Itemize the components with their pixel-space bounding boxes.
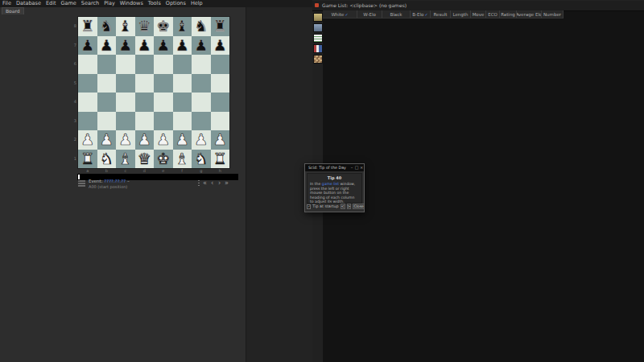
square-f6[interactable] (173, 55, 192, 74)
square-h3[interactable] (211, 112, 230, 131)
square-d5[interactable] (135, 74, 155, 93)
square-c8[interactable]: ♝ (116, 17, 135, 36)
list-icon[interactable] (313, 34, 323, 43)
square-f4[interactable] (173, 93, 192, 112)
tab-board[interactable]: Board (2, 7, 24, 14)
game-info-date-link[interactable]: ????.??.?? (104, 179, 126, 183)
square-a7[interactable]: ♟ (78, 36, 97, 56)
square-f5[interactable] (173, 74, 192, 93)
square-h5[interactable] (211, 74, 230, 93)
square-b2[interactable]: ♟ (97, 130, 117, 150)
filter-icon[interactable] (313, 23, 323, 32)
square-d7[interactable]: ♟ (135, 36, 155, 56)
square-g2[interactable]: ♟ (192, 130, 211, 150)
square-g3[interactable] (192, 112, 211, 131)
menu-item-database[interactable]: Database (14, 0, 43, 7)
square-b6[interactable] (97, 55, 117, 74)
database-icon[interactable] (313, 13, 323, 22)
close-button[interactable]: Close (353, 204, 365, 209)
square-h8[interactable]: ♜ (211, 17, 230, 36)
square-h2[interactable]: ♟ (211, 130, 230, 150)
square-e5[interactable] (154, 74, 173, 93)
column-header-w-elo[interactable]: W-Elo (357, 10, 382, 19)
square-e8[interactable]: ♚ (154, 17, 173, 36)
square-f2[interactable]: ♟ (173, 130, 192, 150)
square-b5[interactable] (97, 74, 117, 93)
square-c7[interactable]: ♟ (116, 36, 135, 56)
square-e7[interactable]: ♟ (154, 36, 173, 56)
square-a3[interactable] (78, 112, 97, 131)
next-move-button[interactable]: › (216, 179, 223, 187)
square-g7[interactable]: ♟ (192, 36, 211, 56)
square-c2[interactable]: ♟ (116, 130, 135, 150)
column-header-black[interactable]: Black (382, 10, 411, 19)
square-a2[interactable]: ♟ (78, 130, 97, 150)
menu-item-search[interactable]: Search (79, 0, 101, 7)
statistics-icon[interactable] (313, 44, 323, 53)
go-to-end-button[interactable]: » (223, 179, 230, 187)
square-d1[interactable]: ♛ (135, 150, 155, 169)
close-icon[interactable]: × (359, 164, 364, 171)
square-c5[interactable] (116, 74, 135, 93)
square-b7[interactable]: ♟ (97, 36, 117, 56)
square-g5[interactable] (192, 74, 211, 93)
square-f1[interactable]: ♝ (173, 150, 192, 169)
square-g1[interactable]: ♞ (192, 150, 211, 169)
square-e2[interactable]: ♟ (154, 130, 173, 150)
square-h6[interactable] (211, 55, 230, 74)
square-a1[interactable]: ♜ (78, 150, 97, 169)
square-e1[interactable]: ♚ (154, 150, 173, 169)
square-c4[interactable] (116, 93, 135, 112)
menu-item-help[interactable]: Help (188, 0, 205, 7)
tip-dialog-titlebar[interactable]: Scid: Tip of the Day – □ × (305, 164, 364, 171)
go-to-start-button[interactable]: « (201, 179, 208, 187)
column-header-length[interactable]: Length (451, 10, 471, 19)
menu-item-tools[interactable]: Tools (146, 0, 163, 7)
square-g4[interactable] (192, 93, 211, 112)
square-b4[interactable] (97, 93, 117, 112)
square-e4[interactable] (154, 93, 173, 112)
column-header-eco[interactable]: ECO (486, 10, 500, 19)
column-header-white[interactable]: White✓ (323, 10, 357, 19)
nav-grip[interactable] (198, 180, 200, 187)
square-d3[interactable] (135, 112, 155, 131)
menu-item-windows[interactable]: Windows (118, 0, 146, 7)
square-d6[interactable] (135, 55, 155, 74)
game-info-menu-button[interactable] (78, 180, 85, 187)
previous-tip-button[interactable]: < (341, 204, 345, 209)
column-header-average-elo[interactable]: Average Elo (517, 10, 542, 19)
square-c3[interactable] (116, 112, 135, 131)
menu-item-edit[interactable]: Edit (43, 0, 59, 7)
square-f3[interactable] (173, 112, 192, 131)
square-b8[interactable]: ♞ (97, 17, 117, 36)
square-d2[interactable]: ♟ (135, 130, 155, 150)
square-f8[interactable]: ♝ (173, 17, 192, 36)
square-b1[interactable]: ♞ (97, 150, 117, 169)
square-d8[interactable]: ♛ (135, 17, 155, 36)
next-tip-button[interactable]: > (347, 204, 352, 209)
menu-item-options[interactable]: Options (163, 0, 188, 7)
column-header-b-elo[interactable]: B-Elo✓ (411, 10, 431, 19)
menu-item-file[interactable]: File (0, 0, 14, 7)
square-b3[interactable] (97, 112, 117, 131)
menu-item-play[interactable]: Play (101, 0, 118, 7)
square-h4[interactable] (211, 93, 230, 112)
column-header-result[interactable]: Result (431, 10, 451, 19)
square-a6[interactable] (78, 55, 97, 74)
square-c6[interactable] (116, 55, 135, 74)
column-header-rating[interactable]: Rating (500, 10, 517, 19)
square-e6[interactable] (154, 55, 173, 74)
game-list-link[interactable]: game list (322, 182, 339, 186)
square-h7[interactable]: ♟ (211, 36, 230, 56)
tip-at-startup-checkbox[interactable]: ✓ (307, 204, 311, 209)
previous-move-button[interactable]: ‹ (208, 179, 216, 187)
column-header-move[interactable]: Move (471, 10, 486, 19)
column-header-number[interactable]: Number (542, 10, 564, 19)
square-d4[interactable] (135, 93, 155, 112)
square-a4[interactable] (78, 93, 97, 112)
square-a8[interactable]: ♜ (78, 17, 97, 36)
square-h1[interactable]: ♜ (211, 150, 230, 169)
square-f7[interactable]: ♟ (173, 36, 192, 56)
menu-item-game[interactable]: Game (59, 0, 79, 7)
square-g6[interactable] (192, 55, 211, 74)
